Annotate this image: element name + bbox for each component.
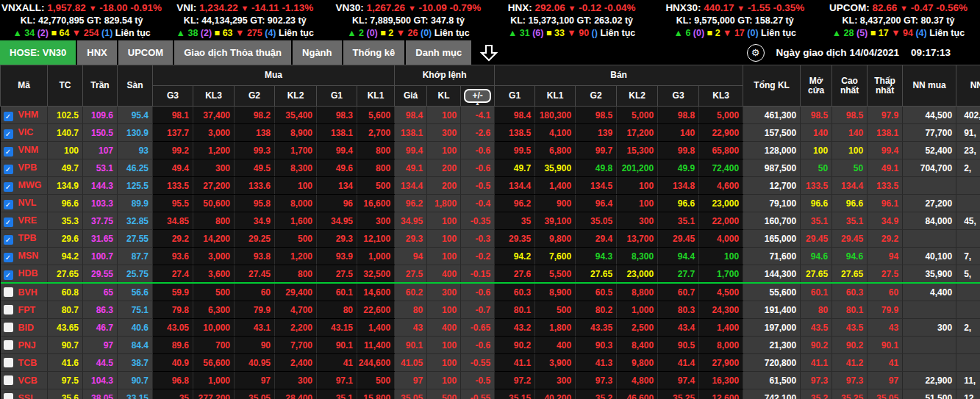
total-volume-cell: 461,300 xyxy=(743,107,801,124)
match-vol-cell: 500 xyxy=(427,389,461,399)
sell-price3-cell: 94.4 xyxy=(658,248,699,265)
column-header-symbol[interactable]: Mã xyxy=(1,65,48,107)
row-checkbox[interactable] xyxy=(4,147,13,157)
index-panel[interactable]: HNX30: 440.17 ▼ -1.55 -0.35% KL: 9,575,0… xyxy=(654,1,817,40)
row-checkbox[interactable] xyxy=(4,182,13,192)
column-header-low[interactable]: Thấp nhất xyxy=(868,65,903,107)
change-cell: -0.65 xyxy=(461,319,495,337)
tab[interactable]: Thống kê xyxy=(343,40,405,65)
index-panel[interactable]: VNXALL: 1,957.82 ▼ -18.00 -0.91% KL: 42,… xyxy=(0,1,163,40)
index-panel[interactable]: VN30: 1,267.26 ▼ -10.09 -0.79% KL: 7,889… xyxy=(326,1,490,40)
tab[interactable]: Giao dịch Thỏa thuận xyxy=(174,40,291,65)
foreign-sell-cell xyxy=(956,177,980,195)
column-header-sell-g1[interactable]: G1 xyxy=(495,86,535,107)
column-header-match-price[interactable]: Giá xyxy=(395,86,427,107)
ticker-symbol[interactable]: VCB xyxy=(18,375,37,386)
column-header-sell-kl3[interactable]: KL3 xyxy=(699,86,743,107)
trading-date: Ngày giao dịch 14/04/2021 xyxy=(776,47,899,58)
row-checkbox[interactable] xyxy=(4,235,13,245)
row-checkbox[interactable] xyxy=(4,393,13,399)
tab[interactable]: UPCOM xyxy=(118,40,173,65)
sell-price2-cell: 94.3 xyxy=(576,248,617,265)
column-header-sell-kl2[interactable]: KL2 xyxy=(617,86,658,107)
row-checkbox[interactable] xyxy=(4,112,13,121)
column-header-ref[interactable]: TC xyxy=(48,65,83,107)
column-header-foreign-sell[interactable]: NN bán xyxy=(956,65,980,107)
column-header-buy-g3[interactable]: G3 xyxy=(153,86,193,107)
ticker-symbol[interactable]: FPT xyxy=(18,305,36,315)
open-price-cell: 96.6 xyxy=(801,195,832,212)
row-checkbox[interactable] xyxy=(4,358,13,367)
row-checkbox[interactable] xyxy=(4,305,13,314)
ticker-symbol[interactable]: BVH xyxy=(18,287,37,298)
index-volume-line: KL: 7,889,500 GT: 347.8 tỷ xyxy=(326,15,490,27)
ticker-symbol[interactable]: TCB xyxy=(18,358,37,368)
ceiling-price-cell: 104.3 xyxy=(83,372,118,389)
ticker-symbol[interactable]: VPB xyxy=(18,162,37,173)
index-panel[interactable]: VNI: 1,234.22 ▼ -14.11 -1.13% KL: 44,134… xyxy=(163,1,326,40)
ticker-symbol[interactable]: MWG xyxy=(18,180,42,190)
ticker-symbol[interactable]: MSN xyxy=(18,251,39,261)
buy-price1-cell: 138.1 xyxy=(317,124,357,142)
index-panel[interactable]: HNX: 292.06 ▼ -0.12 -0.04% KL: 15,373,10… xyxy=(490,1,654,40)
ticker-symbol[interactable]: VNM xyxy=(18,145,39,155)
ticker-symbol[interactable]: BID xyxy=(18,323,35,333)
column-header-open[interactable]: Mở cửa xyxy=(801,65,832,107)
index-panel[interactable]: UPCOM: 82.66 ▼ -0.47 -0.56% KL: 8,437,20… xyxy=(817,1,980,40)
row-checkbox[interactable] xyxy=(4,375,13,385)
column-header-floor[interactable]: Sàn xyxy=(118,65,153,107)
column-header-match-vol[interactable]: KL xyxy=(427,86,461,107)
gear-icon[interactable]: ⚙ xyxy=(747,44,765,62)
high-price-cell: 60.3 xyxy=(832,283,868,301)
buy-price1-cell: 49.6 xyxy=(317,159,357,177)
tab[interactable]: HNX xyxy=(77,40,116,65)
row-checkbox[interactable] xyxy=(4,253,13,262)
column-header-foreign-buy[interactable]: NN mua xyxy=(903,65,956,107)
scroll-down-arrow-icon[interactable] xyxy=(473,40,505,65)
symbol-cell: VRE xyxy=(1,212,48,230)
ticker-symbol[interactable]: VRE xyxy=(18,215,37,226)
match-price-cell: 49.1 xyxy=(395,159,427,177)
ref-price-cell: 43.65 xyxy=(48,319,83,337)
ticker-symbol[interactable]: VHM xyxy=(18,109,39,120)
row-checkbox[interactable] xyxy=(4,287,13,297)
tab[interactable]: Danh mục xyxy=(406,40,471,65)
ticker-symbol[interactable]: SSI xyxy=(18,393,33,399)
row-checkbox[interactable] xyxy=(4,165,13,174)
row-checkbox[interactable] xyxy=(4,270,13,280)
column-header-buy-kl1[interactable]: KL1 xyxy=(357,86,395,107)
column-header-buy-g1[interactable]: G1 xyxy=(317,86,357,107)
column-header-ceiling[interactable]: Trần xyxy=(83,65,118,107)
sell-price2-cell: 35.2 xyxy=(576,389,617,399)
buy-vol1-cell: 16,600 xyxy=(357,195,395,212)
column-header-total-volume[interactable]: Tổng KL xyxy=(743,65,801,107)
change-cell: -0.35 xyxy=(461,212,495,230)
tab[interactable]: HOSE: VN30 xyxy=(0,40,76,65)
row-checkbox[interactable] xyxy=(4,340,13,350)
column-header-sell-kl1[interactable]: KL1 xyxy=(535,86,576,107)
ceiling-price-cell: 46.7 xyxy=(83,319,118,337)
sell-price2-cell: 80.2 xyxy=(576,301,617,319)
column-header-buy-kl2[interactable]: KL2 xyxy=(275,86,317,107)
ticker-symbol[interactable]: HDB xyxy=(18,268,38,278)
row-checkbox[interactable] xyxy=(4,323,13,332)
row-checkbox[interactable] xyxy=(4,129,13,139)
column-header-high[interactable]: Cao nhất xyxy=(832,65,868,107)
column-header-sell-g3[interactable]: G3 xyxy=(658,86,699,107)
column-header-sell-g2[interactable]: G2 xyxy=(576,86,617,107)
session-status: Liên tục xyxy=(279,28,314,38)
tab[interactable]: Ngành xyxy=(293,40,341,65)
open-price-cell: 50 xyxy=(801,159,832,177)
ticker-symbol[interactable]: TPB xyxy=(18,233,37,243)
ticker-symbol[interactable]: VIC xyxy=(18,127,34,137)
sell-price3-cell: 98.8 xyxy=(658,107,699,124)
buy-price2-cell: 99.3 xyxy=(235,142,275,159)
row-checkbox[interactable] xyxy=(4,218,13,227)
column-header-change[interactable]: +/-▲ xyxy=(461,86,495,107)
ticker-symbol[interactable]: NVL xyxy=(18,198,37,208)
sell-price2-cell: 60.5 xyxy=(576,283,617,301)
column-header-buy-kl3[interactable]: KL3 xyxy=(193,86,235,107)
column-header-buy-g2[interactable]: G2 xyxy=(235,86,275,107)
ticker-symbol[interactable]: PNJ xyxy=(18,340,36,351)
row-checkbox[interactable] xyxy=(4,200,13,209)
